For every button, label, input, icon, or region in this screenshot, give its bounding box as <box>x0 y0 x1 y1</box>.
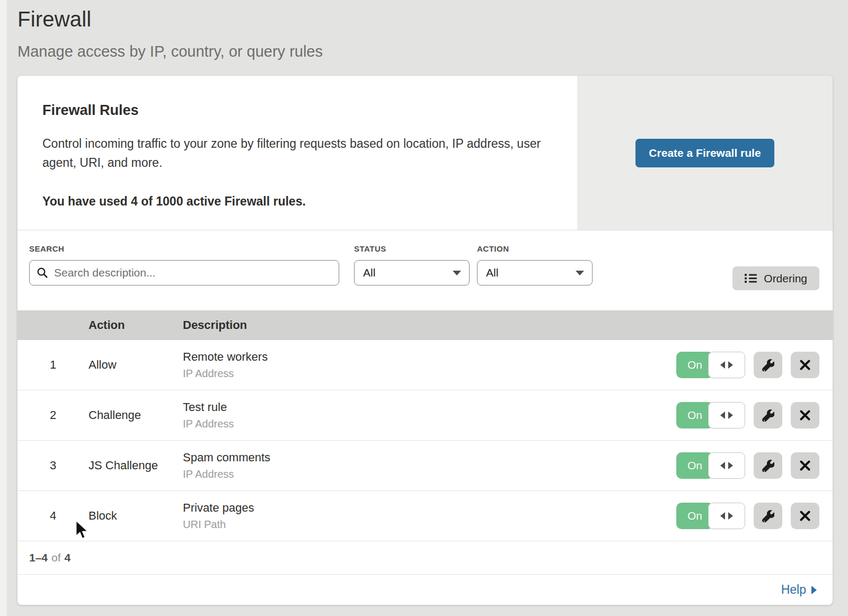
status-label: STATUS <box>354 244 470 253</box>
create-rule-panel: Create a Firewall rule <box>577 76 833 230</box>
filters-bar: SEARCH STATUS All ACTION All <box>17 230 833 310</box>
status-filter-group: STATUS All <box>354 244 470 285</box>
search-input[interactable] <box>29 260 339 285</box>
delete-rule-button[interactable] <box>791 352 819 378</box>
section-description: Control incoming traffic to your zone by… <box>42 135 545 172</box>
drag-arrows-icon <box>720 361 725 369</box>
page-subtitle: Manage access by IP, country, or query r… <box>17 43 848 60</box>
wrench-icon <box>762 409 774 422</box>
rule-priority: 2 <box>17 408 89 422</box>
wrench-icon <box>762 460 774 472</box>
pagination-range: 1–4 <box>29 551 48 564</box>
overview-text-block: Firewall Rules Control incoming traffic … <box>17 76 577 230</box>
close-icon <box>799 409 811 422</box>
usage-note: You have used 4 of 1000 active Firewall … <box>42 194 545 209</box>
rule-action: JS Challenge <box>89 459 183 472</box>
delete-rule-button[interactable] <box>791 452 819 479</box>
wrench-icon <box>762 359 774 371</box>
table-header-row: Action Description <box>17 310 833 340</box>
rule-description-cell: Private pages URI Path <box>183 501 676 531</box>
edit-rule-button[interactable] <box>754 503 782 529</box>
pagination-total: 4 <box>65 551 71 564</box>
search-input-wrap <box>29 260 339 285</box>
rule-description: Private pages <box>183 501 676 515</box>
wrench-icon <box>762 510 774 522</box>
rule-match-type: IP Address <box>183 468 676 480</box>
ordering-button[interactable]: Ordering <box>732 266 819 290</box>
create-firewall-rule-button[interactable]: Create a Firewall rule <box>635 139 774 167</box>
page-left-edge-strip <box>0 0 7 616</box>
section-title: Firewall Rules <box>42 102 545 119</box>
table-row: 4 Block Private pages URI Path On <box>17 491 833 541</box>
table-row: 1 Allow Remote workers IP Address On <box>17 340 833 390</box>
ordered-list-icon <box>745 273 757 283</box>
rule-description: Remote workers <box>183 350 676 364</box>
rule-enabled-toggle[interactable]: On <box>676 503 745 529</box>
help-link-label: Help <box>781 583 806 597</box>
search-icon <box>36 266 49 279</box>
caret-down-icon <box>576 271 584 275</box>
edit-rule-button[interactable] <box>754 452 782 479</box>
rule-description-cell: Test rule IP Address <box>183 400 676 430</box>
rule-controls: On <box>676 402 833 428</box>
rule-controls: On <box>676 352 833 378</box>
rule-priority: 4 <box>17 509 89 523</box>
page-title: Firewall <box>17 7 848 31</box>
close-icon <box>799 359 811 371</box>
action-select[interactable]: All <box>477 260 593 285</box>
rule-action: Allow <box>89 358 183 372</box>
description-column-header: Description <box>183 318 833 332</box>
delete-rule-button[interactable] <box>791 402 819 428</box>
rule-description-cell: Spam comments IP Address <box>183 451 676 480</box>
rule-priority: 3 <box>17 459 89 472</box>
caret-down-icon <box>453 271 461 275</box>
rule-enabled-toggle[interactable]: On <box>676 352 745 378</box>
toggle-handle[interactable] <box>708 402 745 428</box>
ordering-button-label: Ordering <box>764 272 807 285</box>
card-footer: Help <box>17 575 833 605</box>
help-arrow-icon <box>811 586 817 594</box>
search-label: SEARCH <box>29 244 339 253</box>
rule-match-type: IP Address <box>183 368 676 380</box>
toggle-handle[interactable] <box>708 352 745 378</box>
action-column-header: Action <box>89 318 183 332</box>
rule-match-type: IP Address <box>183 418 676 430</box>
pagination-of-label: of <box>51 551 61 564</box>
status-select[interactable]: All <box>354 260 470 285</box>
rule-controls: On <box>676 452 833 479</box>
rule-description: Spam comments <box>183 451 676 465</box>
rule-description: Test rule <box>183 400 676 414</box>
rule-enabled-toggle[interactable]: On <box>676 402 745 428</box>
rule-enabled-toggle[interactable]: On <box>676 452 745 479</box>
help-link[interactable]: Help <box>781 583 817 597</box>
rule-action: Challenge <box>89 408 183 422</box>
drag-arrows-icon <box>720 462 725 469</box>
delete-rule-button[interactable] <box>791 503 819 529</box>
firewall-rules-card: Firewall Rules Control incoming traffic … <box>17 76 833 605</box>
pagination-row: 1–4 of 4 <box>17 541 833 575</box>
drag-arrows-icon <box>728 512 733 520</box>
drag-arrows-icon <box>720 412 725 419</box>
toggle-handle[interactable] <box>708 503 745 529</box>
drag-arrows-icon <box>728 462 733 469</box>
rule-match-type: URI Path <box>183 519 676 531</box>
edit-rule-button[interactable] <box>754 352 782 378</box>
drag-arrows-icon <box>728 412 733 419</box>
overview-section: Firewall Rules Control incoming traffic … <box>17 76 833 230</box>
drag-arrows-icon <box>728 361 733 369</box>
status-selected-value: All <box>363 266 375 279</box>
table-row: 2 Challenge Test rule IP Address On <box>17 390 833 441</box>
toggle-handle[interactable] <box>708 452 745 479</box>
rule-action: Block <box>89 509 183 523</box>
table-row: 3 JS Challenge Spam comments IP Address … <box>17 441 833 491</box>
close-icon <box>799 459 811 472</box>
action-selected-value: All <box>486 266 498 279</box>
action-filter-group: ACTION All <box>477 244 593 285</box>
page-header: Firewall Manage access by IP, country, o… <box>0 0 848 60</box>
action-label: ACTION <box>477 244 593 253</box>
edit-rule-button[interactable] <box>754 402 782 428</box>
close-icon <box>799 510 811 522</box>
drag-arrows-icon <box>720 512 725 520</box>
rule-priority: 1 <box>17 358 89 372</box>
search-filter-group: SEARCH <box>29 244 339 285</box>
